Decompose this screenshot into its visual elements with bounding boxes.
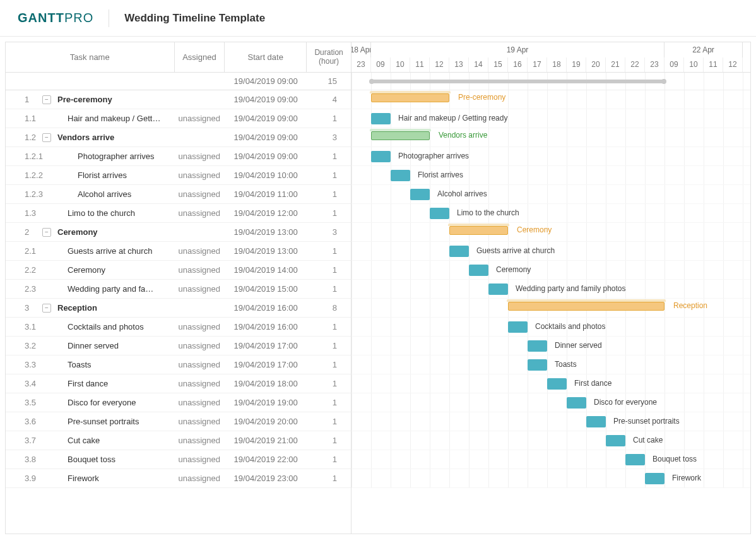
- task-row[interactable]: 1.2.1Photographer arrivesunassigned19/04…: [6, 147, 351, 166]
- start-date-cell[interactable]: 19/04/2019 12:00: [225, 208, 307, 218]
- gantt-row[interactable]: Bouquet toss: [351, 450, 750, 469]
- group-bar[interactable]: Reception: [508, 302, 664, 311]
- task-row[interactable]: 1.2.2Florist arrivesunassigned19/04/2019…: [6, 166, 351, 185]
- start-date-cell[interactable]: 19/04/2019 09:00: [225, 152, 307, 161]
- gantt-row[interactable]: Pre-ceremony: [351, 90, 750, 109]
- gantt-row[interactable]: Alcohol arrives: [351, 185, 750, 204]
- task-bar[interactable]: Disco for everyone: [567, 397, 586, 409]
- gantt-row[interactable]: Firework: [351, 469, 750, 488]
- gantt-row[interactable]: Wedding party and family photos: [351, 280, 750, 299]
- assigned-cell[interactable]: unassigned: [175, 436, 225, 445]
- task-bar[interactable]: Wedding party and family photos: [488, 283, 508, 295]
- start-date-cell[interactable]: 19/04/2019 13:00: [225, 227, 307, 237]
- duration-cell[interactable]: 1: [307, 189, 351, 199]
- task-row[interactable]: 2.2Ceremonyunassigned19/04/2019 14:001: [6, 261, 351, 280]
- task-row[interactable]: 3.6Pre-sunset portraitsunassigned19/04/2…: [6, 412, 351, 431]
- assigned-cell[interactable]: unassigned: [175, 152, 225, 161]
- gantt-row[interactable]: Ceremony: [351, 261, 750, 280]
- task-row[interactable]: 2.1Guests arrive at churchunassigned19/0…: [6, 242, 351, 261]
- duration-cell[interactable]: 1: [307, 417, 351, 426]
- assigned-cell[interactable]: unassigned: [175, 398, 225, 407]
- task-row[interactable]: 3.9Fireworkunassigned19/04/2019 23:001: [6, 469, 351, 488]
- duration-cell[interactable]: 1: [307, 265, 351, 275]
- document-title[interactable]: Wedding Timeline Template: [124, 12, 265, 25]
- task-bar[interactable]: Cocktails and photos: [508, 321, 528, 333]
- start-date-cell[interactable]: 19/04/2019 11:00: [225, 189, 307, 199]
- task-bar[interactable]: Ceremony: [469, 265, 488, 276]
- gantt-row[interactable]: Cut cake: [351, 431, 750, 450]
- task-row[interactable]: 3.5Disco for everyoneunassigned19/04/201…: [6, 393, 351, 412]
- expand-toggle[interactable]: −: [42, 304, 51, 313]
- start-date-cell[interactable]: 19/04/2019 14:00: [225, 265, 307, 275]
- project-summary-row[interactable]: 19/04/2019 09:00 15: [6, 73, 351, 90]
- assigned-cell[interactable]: unassigned: [175, 265, 225, 275]
- duration-cell[interactable]: 1: [307, 170, 351, 180]
- duration-cell[interactable]: 1: [307, 284, 351, 294]
- duration-cell[interactable]: 1: [307, 379, 351, 388]
- start-date-cell[interactable]: 19/04/2019 17:00: [225, 341, 307, 350]
- task-row[interactable]: 3.7Cut cakeunassigned19/04/2019 21:001: [6, 431, 351, 450]
- assigned-cell[interactable]: unassigned: [175, 417, 225, 426]
- gantt-row[interactable]: Dinner served: [351, 337, 750, 355]
- assigned-cell[interactable]: unassigned: [175, 246, 225, 256]
- duration-cell[interactable]: 1: [307, 341, 351, 350]
- gantt-row[interactable]: Florist arrives: [351, 166, 750, 185]
- duration-cell[interactable]: 1: [307, 322, 351, 331]
- task-row[interactable]: 3.8Bouquet tossunassigned19/04/2019 22:0…: [6, 450, 351, 469]
- task-row[interactable]: 1.2−Vendors arrive19/04/2019 09:003: [6, 128, 351, 147]
- duration-cell[interactable]: 1: [307, 398, 351, 407]
- task-row[interactable]: 3.1Cocktails and photosunassigned19/04/2…: [6, 318, 351, 337]
- task-bar[interactable]: Limo to the church: [430, 208, 449, 219]
- gantt-row[interactable]: Pre-sunset portraits: [351, 412, 750, 431]
- start-date-cell[interactable]: 19/04/2019 21:00: [225, 436, 307, 445]
- start-date-cell[interactable]: 19/04/2019 15:00: [225, 284, 307, 294]
- start-date-cell[interactable]: 19/04/2019 22:00: [225, 455, 307, 464]
- task-bar[interactable]: Guests arrive at church: [449, 246, 469, 257]
- duration-cell[interactable]: 4: [307, 95, 351, 104]
- group-bar[interactable]: Pre-ceremony: [371, 93, 449, 102]
- task-row[interactable]: 1.3Limo to the churchunassigned19/04/201…: [6, 204, 351, 223]
- gantt-row[interactable]: Hair and makeup / Getting ready: [351, 109, 750, 128]
- task-bar[interactable]: Hair and makeup / Getting ready: [371, 113, 391, 124]
- task-row[interactable]: 2−Ceremony19/04/2019 13:003: [6, 223, 351, 242]
- assigned-cell[interactable]: unassigned: [175, 114, 225, 123]
- duration-cell[interactable]: 3: [307, 227, 351, 237]
- start-date-cell[interactable]: 19/04/2019 09:00: [225, 95, 307, 104]
- task-row[interactable]: 1.2.3Alcohol arrivesunassigned19/04/2019…: [6, 185, 351, 204]
- col-header-start[interactable]: Start date: [225, 42, 307, 72]
- duration-cell[interactable]: 1: [307, 360, 351, 369]
- assigned-cell[interactable]: unassigned: [175, 208, 225, 218]
- gantt-row-project[interactable]: [351, 73, 750, 90]
- task-row[interactable]: 1.1Hair and makeup / Gett…unassigned19/0…: [6, 109, 351, 128]
- gantt-row[interactable]: Photographer arrives: [351, 147, 750, 166]
- start-date-cell[interactable]: 19/04/2019 20:00: [225, 417, 307, 426]
- gantt-row[interactable]: Guests arrive at church: [351, 242, 750, 261]
- project-bar[interactable]: [371, 80, 664, 83]
- start-date-cell[interactable]: 19/04/2019 19:00: [225, 398, 307, 407]
- task-row[interactable]: 3.4First danceunassigned19/04/2019 18:00…: [6, 374, 351, 393]
- task-bar[interactable]: Cut cake: [606, 435, 625, 446]
- gantt-row[interactable]: First dance: [351, 374, 750, 393]
- assigned-cell[interactable]: unassigned: [175, 322, 225, 331]
- expand-toggle[interactable]: −: [42, 133, 51, 142]
- assigned-cell[interactable]: unassigned: [175, 379, 225, 388]
- assigned-cell[interactable]: unassigned: [175, 284, 225, 294]
- start-date-cell[interactable]: 19/04/2019 09:00: [225, 133, 307, 142]
- col-header-task[interactable]: Task name: [6, 42, 175, 72]
- duration-cell[interactable]: 1: [307, 436, 351, 445]
- task-bar[interactable]: Pre-sunset portraits: [586, 416, 606, 427]
- duration-cell[interactable]: 3: [307, 133, 351, 142]
- task-row[interactable]: 1−Pre-ceremony19/04/2019 09:004: [6, 90, 351, 109]
- gantt-row[interactable]: Ceremony: [351, 223, 750, 242]
- start-date-cell[interactable]: 19/04/2019 16:00: [225, 322, 307, 331]
- expand-toggle[interactable]: −: [42, 228, 51, 237]
- gantt-row[interactable]: Toasts: [351, 355, 750, 374]
- duration-cell[interactable]: 1: [307, 474, 351, 483]
- assigned-cell[interactable]: unassigned: [175, 341, 225, 350]
- duration-cell[interactable]: 1: [307, 152, 351, 161]
- duration-cell[interactable]: 1: [307, 208, 351, 218]
- start-date-cell[interactable]: 19/04/2019 23:00: [225, 474, 307, 483]
- assigned-cell[interactable]: unassigned: [175, 189, 225, 199]
- task-bar[interactable]: Firework: [645, 473, 664, 484]
- duration-cell[interactable]: 1: [307, 455, 351, 464]
